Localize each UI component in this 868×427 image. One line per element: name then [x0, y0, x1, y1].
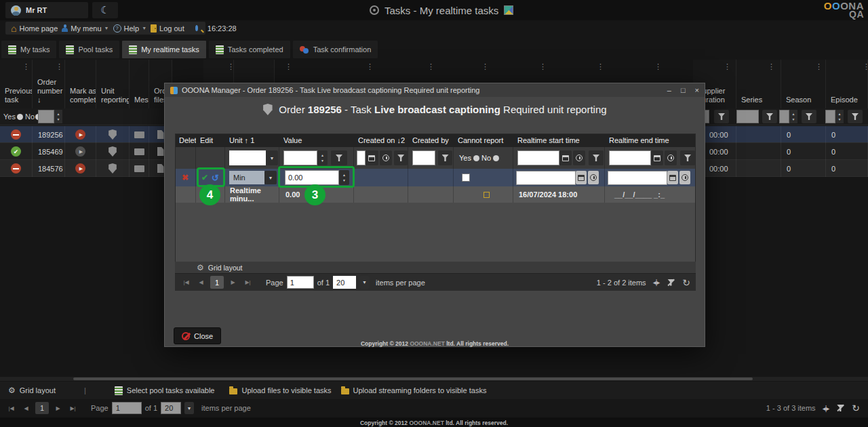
user-chip[interactable]: Mr RT: [5, 2, 88, 18]
grid-layout-button[interactable]: ⚙Grid layout: [8, 386, 56, 395]
cannot-report-checkbox[interactable]: [484, 192, 490, 198]
realtime-end-input[interactable]: [608, 171, 667, 185]
series-filter-input[interactable]: [736, 110, 759, 123]
col-header-delete[interactable]: Delet: [175, 134, 196, 147]
created-by-filter-button[interactable]: [438, 150, 452, 165]
value-filter-spinner[interactable]: ▲▼: [317, 150, 328, 165]
per-page-select[interactable]: 20: [333, 276, 356, 289]
close-window-button[interactable]: ×: [695, 86, 699, 94]
home-page-link[interactable]: ⌂Home page: [11, 24, 58, 33]
col-header-cannot-report[interactable]: Cannot report: [454, 134, 513, 147]
picture-icon[interactable]: [504, 5, 513, 15]
tab-tasks-completed[interactable]: Tasks completed: [209, 41, 290, 58]
column-menu-icon[interactable]: ⋮: [815, 62, 823, 71]
play-icon[interactable]: ▶: [75, 129, 85, 140]
filter-no-radio[interactable]: [493, 155, 499, 161]
realtime-end-clock-button[interactable]: [665, 150, 677, 165]
series-filter-button[interactable]: [762, 110, 777, 123]
column-menu-icon[interactable]: ⋮: [724, 62, 731, 71]
column-menu-icon[interactable]: ⋮: [481, 62, 489, 71]
column-menu-icon[interactable]: ⋮: [56, 62, 63, 71]
col-header-unit-reporting[interactable]: Unit reporting: [96, 60, 130, 108]
file-icon[interactable]: [157, 130, 164, 139]
shield-icon[interactable]: [108, 163, 117, 174]
col-header-unit[interactable]: Unit ↑ 1: [225, 134, 279, 147]
column-menu-icon[interactable]: ⋮: [863, 62, 868, 71]
per-page-select[interactable]: 20: [161, 402, 181, 414]
play-icon[interactable]: ▶: [75, 146, 85, 157]
column-menu-icon[interactable]: ⋮: [366, 62, 374, 71]
upload-files-button[interactable]: Upload files to visible tasks: [229, 386, 331, 394]
realtime-start-input[interactable]: [516, 171, 576, 185]
supplier-duration-filter-button[interactable]: [714, 110, 729, 123]
col-header-realtime-end[interactable]: Realtime end time: [605, 134, 696, 147]
page-1-button[interactable]: 1: [210, 276, 224, 289]
horizontal-scrollbar[interactable]: [0, 377, 868, 381]
season-filter-input[interactable]: [779, 110, 789, 123]
col-header-realtime-start[interactable]: Realtime start time: [513, 134, 605, 147]
upload-streaming-button[interactable]: Upload streaming folders to visible task…: [341, 386, 487, 394]
col-header-edit[interactable]: Edit: [196, 134, 225, 147]
col-header-mark-complete[interactable]: Mark as complete: [65, 60, 96, 108]
unit-filter-dropdown-button[interactable]: ▼: [266, 150, 278, 165]
tab-pool-tasks[interactable]: Pool tasks: [59, 41, 119, 58]
created-on-calendar-button[interactable]: [366, 150, 378, 165]
next-page-button[interactable]: ▶: [52, 403, 64, 414]
monitor-icon[interactable]: [134, 148, 144, 155]
column-menu-icon[interactable]: ⋮: [654, 62, 662, 71]
season-filter-button[interactable]: [802, 110, 816, 123]
realtime-start-filter-input[interactable]: [517, 150, 559, 165]
dialog-title-bar[interactable]: OOONA Manager - Order 189256 - Task Live…: [165, 83, 705, 97]
episode-filter-button[interactable]: [848, 110, 863, 123]
first-page-button[interactable]: |◀: [180, 277, 192, 288]
monitor-icon[interactable]: [134, 165, 144, 172]
value-filter-input[interactable]: [283, 150, 317, 165]
filter-yes-radio[interactable]: [473, 155, 479, 161]
page-1-button[interactable]: 1: [35, 402, 49, 414]
cannot-report-checkbox[interactable]: [462, 174, 470, 182]
episode-filter-input[interactable]: [825, 110, 835, 123]
col-header-value[interactable]: Value: [279, 134, 354, 147]
page-input[interactable]: [112, 402, 142, 414]
column-menu-icon[interactable]: ⋮: [768, 62, 775, 71]
column-menu-icon[interactable]: ⋮: [22, 62, 30, 71]
clear-filters-icon[interactable]: [835, 403, 845, 413]
realtime-end-calendar-button[interactable]: [651, 150, 663, 165]
select-pool-tasks-button[interactable]: Select pool tasks available: [115, 386, 215, 395]
refresh-icon[interactable]: ↻: [852, 403, 860, 413]
tab-my-realtime-tasks[interactable]: My realtime tasks: [122, 41, 206, 58]
column-menu-icon[interactable]: ⋮: [285, 62, 292, 71]
minimize-button[interactable]: –: [667, 86, 671, 94]
monitor-icon[interactable]: [134, 131, 144, 138]
per-page-dropdown-button[interactable]: ▼: [184, 402, 194, 414]
help-dropdown[interactable]: ?Help▼: [113, 24, 147, 33]
prev-page-button[interactable]: ◀: [20, 403, 32, 414]
file-icon[interactable]: [157, 164, 164, 173]
shield-icon[interactable]: [108, 146, 117, 157]
season-spinner[interactable]: ▲▼: [789, 110, 797, 123]
unit-filter-select[interactable]: [229, 150, 266, 165]
page-input[interactable]: [287, 276, 314, 289]
col-header-episode[interactable]: Episode: [826, 60, 868, 108]
my-menu-dropdown[interactable]: My menu▼: [62, 24, 108, 33]
first-page-button[interactable]: |◀: [5, 403, 17, 414]
clear-filters-icon[interactable]: [666, 278, 675, 287]
resize-columns-icon[interactable]: ◂|▸: [653, 279, 660, 286]
maximize-button[interactable]: □: [681, 86, 686, 94]
column-menu-icon[interactable]: ⋮: [227, 62, 235, 71]
unit-select[interactable]: Min: [229, 171, 264, 184]
data-row[interactable]: Realtime minu... 0.00 16/07/2024 18:00 _…: [175, 186, 696, 203]
col-header-created-by[interactable]: Created by: [408, 134, 454, 147]
column-menu-icon[interactable]: ⋮: [597, 62, 604, 71]
search-icon[interactable]: [195, 25, 198, 31]
scrollbar-thumb[interactable]: [73, 378, 753, 380]
last-page-button[interactable]: ▶|: [242, 277, 254, 288]
created-by-filter-input[interactable]: [412, 150, 435, 165]
log-out-button[interactable]: Log out: [151, 24, 184, 33]
filter-yes-radio[interactable]: [17, 114, 23, 120]
tab-my-tasks[interactable]: My tasks: [1, 41, 56, 58]
column-menu-icon[interactable]: ⋮: [427, 62, 435, 71]
next-page-button[interactable]: ▶: [227, 277, 239, 288]
file-icon[interactable]: [157, 147, 164, 156]
realtime-end-filter-button[interactable]: [680, 150, 695, 165]
